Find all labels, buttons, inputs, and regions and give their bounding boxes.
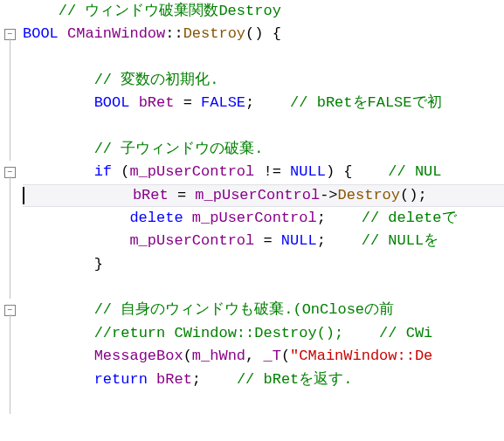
code-line[interactable]: BOOL bRet = FALSE; // bRetをFALSEで初 [23, 92, 504, 114]
token-type: NULL [281, 230, 317, 252]
token-ident: m_pUserControl [129, 230, 254, 252]
indent [23, 345, 94, 368]
token-plain: ; [317, 207, 362, 230]
token-plain: ) { [326, 161, 388, 183]
token-plain: != [254, 161, 290, 183]
indent [23, 369, 94, 391]
token-type: BOOL [94, 92, 139, 114]
gutter-cell [0, 69, 19, 92]
token-plain: , [245, 345, 263, 368]
indent [23, 230, 129, 252]
gutter-cell [0, 369, 19, 391]
token-string: "CMainWindow::De [290, 345, 432, 368]
token-ident: MessageBox [94, 345, 183, 368]
token-plain: () { [245, 23, 281, 45]
token-comment: // 自身のウィンドウも破棄.(OnCloseの前 [94, 299, 394, 321]
gutter-cell [0, 138, 19, 161]
code-line[interactable] [23, 276, 504, 299]
token-comment: // ウィンドウ破棄関数Destroy [59, 0, 281, 23]
code-line[interactable]: //return CWindow::Destroy(); // CWi [23, 322, 504, 345]
code-line[interactable]: m_pUserControl = NULL; // NULLを [23, 230, 504, 252]
gutter-cell: − [0, 299, 19, 321]
indent [23, 69, 94, 92]
token-plain: ; [317, 230, 362, 252]
code-line[interactable] [23, 391, 504, 414]
token-ident: m_pUserControl [195, 184, 320, 207]
gutter-cell [0, 92, 19, 114]
gutter-cell [0, 184, 19, 207]
token-ident: _T [263, 345, 280, 368]
token-brown: Destroy [183, 23, 245, 45]
token-ident: bRet [156, 369, 192, 391]
token-comment: // 変数の初期化. [94, 69, 219, 92]
token-plain: ; [245, 92, 290, 114]
token-ident: bRet [139, 92, 175, 114]
token-plain: ; [192, 369, 237, 391]
token-ident: CMainWindow [67, 23, 165, 45]
code-line[interactable]: // 自身のウィンドウも破棄.(OnCloseの前 [23, 299, 504, 321]
gutter-cell [0, 0, 19, 23]
indent [23, 138, 94, 161]
token-plain: -> [320, 184, 337, 207]
text-caret [23, 187, 24, 204]
token-plain: = [174, 92, 201, 114]
code-line[interactable]: } [23, 253, 504, 276]
code-line[interactable]: bRet = m_pUserControl->Destroy(); [23, 184, 504, 207]
token-plain: = [254, 230, 281, 252]
token-plain: = [169, 184, 196, 207]
token-plain: } [94, 253, 103, 276]
indent [23, 253, 94, 276]
token-brown: Destroy [338, 184, 400, 207]
token-type: FALSE [201, 92, 245, 114]
code-line[interactable]: if (m_pUserControl != NULL) { // NUL [23, 161, 504, 183]
token-ident: m_pUserControl [192, 207, 317, 230]
token-type: BOOL [23, 23, 67, 45]
code-editor[interactable]: −−− // ウィンドウ破棄関数DestroyBOOL CMainWindow:… [0, 0, 504, 441]
token-plain: ( [281, 345, 290, 368]
token-comment: // bRetをFALSEで初 [290, 92, 441, 114]
gutter-cell [0, 276, 19, 299]
token-type: NULL [290, 161, 326, 183]
code-line[interactable]: // 変数の初期化. [23, 69, 504, 92]
code-line[interactable]: // ウィンドウ破棄関数Destroy [23, 0, 504, 23]
indent [23, 299, 94, 321]
code-line[interactable]: MessageBox(m_hWnd, _T("CMainWindow::De [23, 345, 504, 368]
indent [23, 207, 129, 230]
gutter-cell [0, 115, 19, 138]
gutter-cell [0, 253, 19, 276]
code-line[interactable] [23, 115, 504, 138]
token-plain: :: [165, 23, 183, 45]
token-comment: //return CWindow::Destroy(); // CWi [94, 322, 433, 345]
token-ident: m_pUserControl [129, 161, 254, 183]
gutter-cell [0, 230, 19, 252]
fold-gutter: −−− [0, 0, 19, 441]
token-plain: (); [400, 184, 427, 207]
token-comment: // deleteで [362, 207, 457, 230]
token-comment: // 子ウィンドウの破棄. [94, 138, 264, 161]
token-keyword: return [94, 369, 156, 391]
code-line[interactable]: // 子ウィンドウの破棄. [23, 138, 504, 161]
indent [23, 92, 94, 114]
token-comment: // bRetを返す. [237, 369, 353, 391]
token-ident: m_hWnd [192, 345, 245, 368]
code-line[interactable]: return bRet; // bRetを返す. [23, 369, 504, 391]
gutter-cell [0, 322, 19, 345]
token-ident: bRet [133, 184, 169, 207]
indent [23, 322, 94, 345]
code-line[interactable]: BOOL CMainWindow::Destroy() { [23, 23, 504, 45]
code-line[interactable] [23, 46, 504, 69]
token-keyword: if [94, 161, 112, 183]
gutter-cell: − [0, 23, 19, 45]
gutter-cell [0, 46, 19, 69]
indent [26, 184, 133, 207]
token-plain: ( [112, 161, 129, 183]
gutter-cell [0, 391, 19, 414]
token-keyword: delete [129, 207, 191, 230]
code-content[interactable]: // ウィンドウ破棄関数DestroyBOOL CMainWindow::Des… [19, 0, 504, 441]
indent [23, 161, 94, 183]
gutter-cell [0, 345, 19, 368]
indent [23, 0, 59, 23]
gutter-cell [0, 207, 19, 230]
code-line[interactable]: delete m_pUserControl; // deleteで [23, 207, 504, 230]
gutter-cell: − [0, 161, 19, 183]
